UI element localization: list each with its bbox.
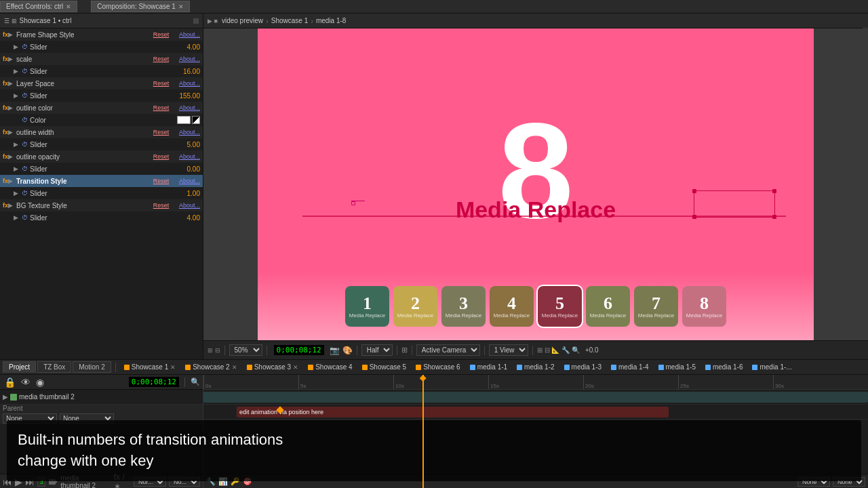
media-item-4[interactable]: 4 Media Replace bbox=[490, 286, 534, 327]
outline-width-value[interactable]: 5.00 bbox=[170, 141, 200, 148]
expand-slider-3[interactable]: ▶ bbox=[14, 92, 22, 99]
media-item-1[interactable]: 1 Media Replace bbox=[345, 286, 389, 327]
stopwatch-5[interactable]: ⏱ bbox=[22, 141, 30, 148]
breadcrumb-showcase1[interactable]: Showcase 1 bbox=[271, 17, 308, 24]
panel-resize[interactable] bbox=[193, 18, 199, 24]
tab-showcase5[interactable]: Showcase 5 bbox=[358, 362, 410, 372]
tab-close-2[interactable]: ✕ bbox=[232, 364, 237, 371]
outline-opacity-slider-row: ▶ ⏱ Slider 0.00 bbox=[0, 163, 203, 175]
outline-opacity-reset[interactable]: Reset bbox=[149, 153, 173, 160]
tab-media14[interactable]: media 1-4 bbox=[607, 362, 652, 372]
expand-slider-6[interactable]: ▶ bbox=[14, 165, 22, 172]
solo-btn[interactable]: ◉ bbox=[35, 377, 45, 388]
stopwatch-6[interactable]: ⏱ bbox=[22, 165, 30, 172]
expand-slider-7[interactable]: ▶ bbox=[14, 190, 22, 197]
expand-slider-8[interactable]: ▶ bbox=[14, 214, 22, 221]
expand-track-1[interactable]: ▶ bbox=[3, 393, 8, 401]
outline-color-about[interactable]: About... bbox=[173, 104, 200, 111]
effect-controls-close[interactable]: ✕ bbox=[66, 3, 71, 10]
outline-width-about[interactable]: About... bbox=[173, 129, 200, 136]
tab-media12[interactable]: media 1-2 bbox=[513, 362, 558, 372]
tab-media16[interactable]: media 1-6 bbox=[701, 362, 747, 372]
media-item-7[interactable]: 7 Media Replace bbox=[634, 286, 678, 327]
outline-color-reset[interactable]: Reset bbox=[149, 104, 173, 111]
tab-project[interactable]: Project bbox=[3, 361, 36, 373]
stopwatch-1[interactable]: ⏱ bbox=[22, 43, 30, 50]
tab-close-1[interactable]: ✕ bbox=[170, 364, 176, 371]
expand-3[interactable]: ▶ bbox=[8, 80, 16, 87]
scale-about[interactable]: About... bbox=[173, 56, 200, 62]
tab-showcase4[interactable]: Showcase 4 bbox=[304, 362, 356, 372]
transition-style-about[interactable]: About... bbox=[173, 178, 200, 184]
tab-media15[interactable]: media 1-5 bbox=[654, 362, 700, 372]
tab-media1-more[interactable]: media 1-... bbox=[748, 362, 795, 372]
eye-btn[interactable]: 👁 bbox=[20, 377, 32, 388]
color-swatch-alt[interactable] bbox=[192, 116, 200, 124]
frame-shape-reset[interactable]: Reset bbox=[149, 31, 173, 38]
tab-media11[interactable]: media 1-1 bbox=[466, 362, 511, 372]
quality-select[interactable]: Half bbox=[361, 344, 393, 356]
lock-btn[interactable]: 🔒 bbox=[3, 377, 17, 388]
expand-slider-5[interactable]: ▶ bbox=[14, 141, 22, 148]
transition-style-reset[interactable]: Reset bbox=[149, 178, 173, 184]
composition-close[interactable]: ✕ bbox=[178, 3, 184, 10]
frame-shape-about[interactable]: About... bbox=[173, 31, 200, 38]
tab-showcase6[interactable]: Showcase 6 bbox=[412, 362, 464, 372]
expand-5[interactable]: ▶ bbox=[8, 129, 16, 136]
expand-8[interactable]: ▶ bbox=[8, 202, 16, 209]
bg-texture-about[interactable]: About... bbox=[173, 202, 200, 209]
expand-6[interactable]: ▶ bbox=[8, 153, 16, 160]
camera-view-select[interactable]: Active Camera bbox=[416, 344, 480, 356]
outline-width-reset[interactable]: Reset bbox=[149, 129, 173, 136]
media-item-5[interactable]: 5 Media Replace bbox=[538, 286, 582, 327]
transition-style-row[interactable]: fx ▶ Transition Style Reset About... bbox=[0, 175, 203, 187]
fx-icon-7: fx bbox=[3, 178, 8, 184]
stopwatch-4[interactable]: ⏱ bbox=[22, 117, 30, 123]
bg-texture-reset[interactable]: Reset bbox=[149, 202, 173, 209]
tab-close-3[interactable]: ✕ bbox=[293, 364, 298, 371]
expand-slider-2[interactable]: ▶ bbox=[14, 68, 22, 75]
breadcrumb-media18[interactable]: media 1-8 bbox=[316, 17, 346, 24]
bg-slider-value[interactable]: 4.00 bbox=[170, 214, 200, 222]
tab-showcase1[interactable]: Showcase 1 ✕ bbox=[120, 362, 180, 372]
fx-icon-3: fx bbox=[3, 80, 8, 87]
expand-1[interactable]: ▶ bbox=[8, 31, 16, 38]
composition-tab-label: Composition: Showcase 1 bbox=[97, 3, 176, 10]
zoom-select[interactable]: 50% bbox=[229, 344, 262, 356]
expand-slider-1[interactable]: ▶ bbox=[14, 43, 22, 50]
media-item-2[interactable]: 2 Media Replace bbox=[393, 286, 437, 327]
outline-opacity-value[interactable]: 0.00 bbox=[170, 165, 200, 173]
panel-subtitle: Showcase 1 • ctrl bbox=[20, 17, 72, 24]
tab-showcase2[interactable]: Showcase 2 ✕ bbox=[181, 362, 241, 372]
timeline-time[interactable]: 0;00;08;12 bbox=[129, 377, 179, 387]
stopwatch-3[interactable]: ⏱ bbox=[22, 92, 30, 99]
media-item-8[interactable]: 8 Media Replace bbox=[682, 286, 726, 327]
tab-tzbox[interactable]: TZ Box bbox=[37, 361, 71, 373]
composition-tab[interactable]: Composition: Showcase 1 ✕ bbox=[91, 1, 190, 12]
expand-4[interactable]: ▶ bbox=[8, 104, 16, 111]
expand-7[interactable]: ▶ bbox=[8, 178, 16, 184]
stopwatch-2[interactable]: ⏱ bbox=[22, 68, 30, 75]
layer-space-about[interactable]: About... bbox=[173, 80, 200, 87]
expand-2[interactable]: ▶ bbox=[8, 56, 16, 62]
scale-reset[interactable]: Reset bbox=[149, 56, 173, 62]
color-swatch[interactable] bbox=[177, 116, 191, 124]
media-item-3[interactable]: 3 Media Replace bbox=[441, 286, 486, 327]
media-replace-text: Media Replace bbox=[456, 197, 616, 223]
tab-showcase3[interactable]: Showcase 3 ✕ bbox=[243, 362, 302, 372]
tab-motion2[interactable]: Motion 2 bbox=[73, 361, 111, 373]
effect-controls-tab[interactable]: Effect Controls: ctrl ✕ bbox=[0, 1, 77, 12]
scale-slider-value[interactable]: 16.00 bbox=[170, 68, 200, 75]
transition-slider-value[interactable]: 1.00 bbox=[170, 190, 200, 197]
outline-opacity-about[interactable]: About... bbox=[173, 153, 200, 160]
breadcrumb-video-preview[interactable]: video preview bbox=[222, 17, 263, 24]
stopwatch-8[interactable]: ⏱ bbox=[22, 214, 30, 221]
tab-dot-2 bbox=[185, 365, 191, 370]
frame-slider-value[interactable]: 4.00 bbox=[170, 43, 200, 51]
views-select[interactable]: 1 View bbox=[489, 344, 528, 356]
stopwatch-7[interactable]: ⏱ bbox=[22, 190, 30, 197]
layer-slider-value[interactable]: 155.00 bbox=[170, 92, 200, 100]
layer-space-reset[interactable]: Reset bbox=[149, 80, 173, 87]
media-item-6[interactable]: 6 Media Replace bbox=[586, 286, 630, 327]
tab-media13[interactable]: media 1-3 bbox=[560, 362, 606, 372]
